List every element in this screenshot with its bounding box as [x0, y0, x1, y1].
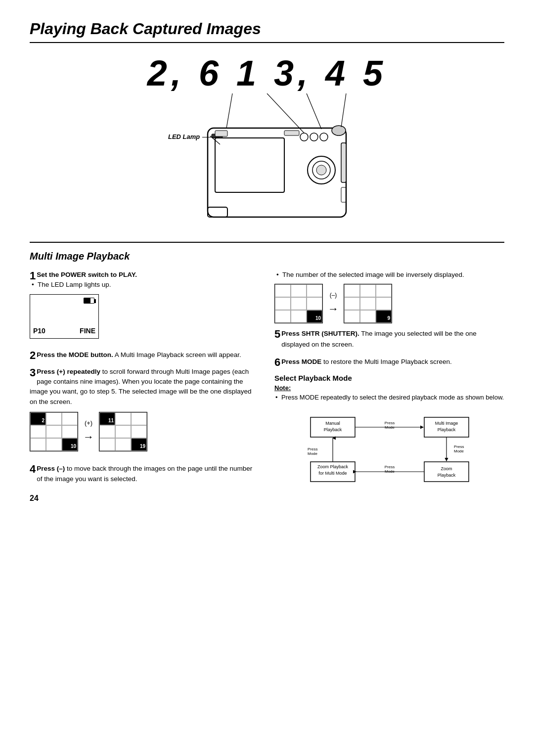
step-5-grid-diagram: 10 (–) →: [274, 284, 504, 323]
step-1-text: Set the POWER switch to PLAY. The LED La…: [30, 270, 260, 339]
grid-cell-empty-6: [30, 438, 46, 451]
step-5-bullet-area: The number of the selected image will be…: [274, 270, 504, 323]
note-text: Press MODE repeatedly to select the desi…: [274, 393, 504, 402]
grid-cell-empty-2: [62, 412, 78, 425]
s5r-cell-7: [344, 310, 360, 323]
camera-svg: [153, 93, 381, 232]
step-4-rest: to move back through the images on the p…: [37, 465, 252, 483]
left-column: 1 Set the POWER switch to PLAY. The LED …: [30, 270, 260, 503]
press-mode-label-left-2: Mode: [308, 451, 318, 456]
step-4-num: 4: [30, 463, 36, 475]
svg-rect-14: [215, 131, 227, 136]
step-3-grid-diagram: 2 10 (+) →: [30, 412, 260, 451]
step-3-grid-left: 2 10: [30, 412, 78, 451]
step-3: 3 Press (+) repeatedly to scroll forward…: [30, 367, 260, 456]
s5r-cell-4: [344, 297, 360, 310]
grid-cell-r-empty-1: [115, 412, 131, 425]
press-mode-label-right-1: Press: [454, 445, 464, 449]
grid-cell-11: 11: [99, 412, 115, 425]
step-1: 1 Set the POWER switch to PLAY. The LED …: [30, 270, 260, 343]
select-playback-section: Select Playback Mode Note: Press MODE re…: [274, 374, 504, 487]
s5-cell-5: [291, 297, 307, 310]
page-number: 24: [30, 494, 260, 503]
grid-cell-10-left: 10: [62, 438, 78, 451]
s5-cell-8: [291, 310, 307, 323]
grid-cell-2: 2: [30, 412, 46, 425]
press-mode-label-bottom-2: Mode: [384, 469, 395, 474]
grid-cell-19: 19: [131, 438, 147, 451]
battery-icon: [84, 298, 94, 304]
s5-cell-7: [275, 310, 291, 323]
step-numbers-header: 2, 6 1 3, 4 5: [30, 53, 504, 93]
battery-fill: [84, 298, 90, 303]
step-numbers-display: 2, 6 1 3, 4 5: [30, 53, 504, 93]
step-5-bullet: The number of the selected image will be…: [274, 270, 504, 280]
grid-cell-empty-7: [46, 438, 62, 451]
step-3-arrow-container: (+) →: [83, 418, 94, 445]
step-5-grid-right-container: 9: [344, 284, 392, 323]
step-5-text: Press SHTR (SHUTTER). The image you sele…: [281, 330, 476, 348]
step-6-bold: Press MODE: [281, 358, 321, 365]
step-5-minus-label: (–): [330, 291, 337, 300]
step-3-text: Press (+) repeatedly to scroll forward t…: [30, 367, 260, 451]
step-4-text: Press (–) to move back through the image…: [37, 465, 252, 483]
playback-mode-diagram: Manual Playback Multi Image Playback Zoo…: [274, 407, 504, 487]
lcd-bottom-row: P10 FINE: [33, 326, 95, 336]
step-2-num: 2: [30, 350, 36, 361]
page-title: Playing Back Captured Images: [30, 20, 504, 43]
s5-cell-10: 10: [307, 310, 322, 323]
grid-cell-r-empty-4: [115, 425, 131, 438]
grid-cell-r-empty-5: [131, 425, 147, 438]
step-3-grid-left-container: 2 10: [30, 412, 78, 451]
step-4: 4 Press (–) to move back through the ima…: [30, 463, 260, 485]
section-title: Multi Image Playback: [30, 251, 504, 262]
led-lamp-label: LED Lamp: [168, 133, 200, 140]
s5r-cell-2: [360, 284, 376, 297]
press-mode-label-left-1: Press: [308, 447, 317, 451]
s5r-cell-3: [376, 284, 392, 297]
svg-point-3: [310, 133, 318, 141]
step-3-num: 3: [30, 367, 36, 379]
s5-cell-1: [275, 284, 291, 297]
s5-cell-4: [275, 297, 291, 310]
step-4-bold-1: Press: [37, 465, 55, 472]
zoom-multi-label-2: for Multi Mode: [318, 471, 347, 476]
s5r-cell-6: [376, 297, 392, 310]
right-column: The number of the selected image will be…: [274, 270, 504, 503]
lcd-p10: P10: [33, 326, 45, 336]
svg-point-2: [300, 133, 308, 141]
s5r-cell-5: [360, 297, 376, 310]
svg-rect-9: [341, 143, 346, 182]
select-playback-title: Select Playback Mode: [274, 374, 504, 382]
zoom-playback-label-1: Zoom: [441, 466, 452, 471]
step-3-bold-1: Press: [37, 368, 55, 375]
svg-rect-10: [341, 187, 346, 202]
section-divider: [30, 242, 504, 243]
grid-cell-empty-4: [46, 425, 62, 438]
step-5-bold: Press SHTR (SHUTTER).: [281, 330, 359, 337]
main-content: 1 Set the POWER switch to PLAY. The LED …: [30, 270, 504, 503]
step-5-grid-left: 10: [274, 284, 323, 323]
press-mode-label-bottom-1: Press: [384, 465, 394, 469]
step-6-num: 6: [274, 356, 280, 368]
svg-line-16: [267, 93, 304, 133]
grid-cell-r-empty-3: [99, 425, 115, 438]
step-4-minus: (–): [57, 465, 65, 472]
svg-rect-1: [215, 138, 284, 192]
s5-cell-2: [291, 284, 307, 297]
step-5: 5 Press SHTR (SHUTTER). The image you se…: [274, 328, 504, 350]
press-mode-label-top-1: Press: [384, 421, 394, 425]
lcd-fine: FINE: [80, 326, 95, 336]
zoom-multi-label-1: Zoom Playback: [317, 464, 348, 469]
grid-cell-r-empty-7: [115, 438, 131, 451]
note-label: Note:: [274, 384, 504, 392]
grid-cell-empty-5: [62, 425, 78, 438]
zoom-playback-label-2: Playback: [437, 473, 455, 478]
multi-image-label-1: Multi Image: [435, 421, 458, 426]
step-6-rest: to restore the Multi Image Playback scre…: [323, 358, 452, 365]
manual-playback-label-2: Playback: [323, 427, 342, 432]
camera-diagram: LED Lamp: [153, 93, 381, 232]
step-3-grid-right-container: 11 19: [99, 412, 147, 451]
step-5-arrow: →: [328, 301, 339, 317]
press-mode-label-top-2: Mode: [384, 425, 395, 430]
